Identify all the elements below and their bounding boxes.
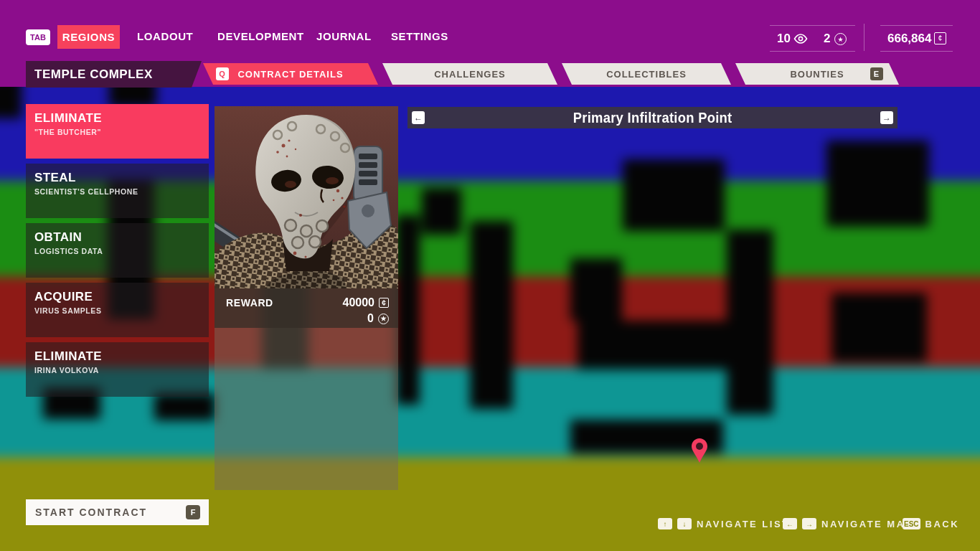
map-block [623,159,725,231]
map-block [826,141,929,227]
f-keycap: F [186,505,200,519]
contract-detail-panel [215,328,398,490]
favor-count: 2 [824,32,830,46]
divider [880,51,953,52]
map-location-header: ← Primary Infiltration Point → [407,107,897,128]
contract-item-steal-cellphone[interactable]: STEAL SCIENTIST'S CELLPHONE [26,164,209,218]
tab-label: COLLECTIBLES [606,69,687,80]
tab-label: BOUNTIES [790,69,844,80]
contract-action: ACQUIRE [34,290,200,304]
credits-count: 666,864 [887,32,931,46]
contract-item-eliminate-butcher[interactable]: ELIMINATE "THE BUTCHER" [26,104,209,159]
cent-icon: ¢ [934,32,946,44]
contract-item-obtain-logistics[interactable]: OBTAIN LOGISTICS DATA [26,223,209,278]
contract-item-eliminate-volkova[interactable]: ELIMINATE IRINA VOLKOVA [26,342,209,397]
map-block [396,215,420,405]
divider [770,25,855,26]
star-icon: ★ [834,33,847,45]
e-keycap: E [870,67,883,80]
divider [770,51,855,52]
arrow-right-keycap: → [802,518,816,529]
map-block [727,230,773,415]
map-block [831,293,927,362]
contract-target: LOGISTICS DATA [34,247,200,255]
contract-target: SCIENTIST'S CELLPHONE [34,187,200,196]
region-name: TEMPLE COMPLEX [26,61,202,88]
map-block [154,393,215,420]
reward-credits-row: 40000 ¢ [343,296,390,309]
contract-list: ELIMINATE "THE BUTCHER" STEAL SCIENTIST'… [26,104,209,397]
cent-icon: ¢ [379,298,389,308]
contract-action: ELIMINATE [34,111,200,126]
hint-label: NAVIGATE MAP [821,519,913,529]
star-icon: ★ [378,314,389,324]
map-block [470,221,513,409]
target-portrait [215,106,398,288]
tab-label: CHALLENGES [434,69,506,80]
arrow-left-keycap: ← [783,518,797,529]
map-block [0,85,22,118]
hint-navigate-list: ↑ ↓ NAVIGATE LIST [658,518,790,529]
tab-label: CONTRACT DETAILS [237,69,343,80]
divider [864,24,864,51]
reward-credits-value: 40000 [343,296,375,309]
eye-icon [793,34,808,44]
reward-panel: REWARD 40000 ¢ 0 ★ [215,288,398,328]
hint-label: BACK [925,519,960,529]
map-block [570,258,622,321]
tab-keycap: TAB [26,29,50,45]
map-prev-arrow-icon[interactable]: ← [412,111,425,124]
reward-label: REWARD [226,297,273,309]
contract-action: STEAL [34,171,200,185]
hint-navigate-map: ← → NAVIGATE MAP [783,518,913,529]
contract-action: ELIMINATE [34,349,200,364]
map-block [578,321,727,369]
esc-keycap: ESC [903,518,920,529]
hint-label: NAVIGATE LIST [697,519,790,529]
contract-target: VIRUS SAMPLES [34,306,200,315]
intel-count: 10 [777,32,791,46]
reward-stars-value: 0 [367,312,374,325]
nav-item-loadout[interactable]: LOADOUT [137,30,193,42]
contract-target: "THE BUTCHER" [34,128,200,136]
contract-target: IRINA VOLKOVA [34,366,200,375]
map-block [422,188,461,235]
nav-item-development[interactable]: DEVELOPMENT [217,30,304,42]
tab-challenges[interactable]: CHALLENGES [382,63,557,85]
map-pin-icon[interactable] [691,438,708,463]
game-screen: ← Primary Infiltration Point → TAB REGIO… [0,0,980,551]
nav-item-settings[interactable]: SETTINGS [391,30,448,42]
contract-item-acquire-virus[interactable]: ACQUIRE VIRUS SAMPLES [26,283,209,337]
tab-bounties[interactable]: BOUNTIES E [735,63,899,85]
start-contract-button[interactable]: START CONTRACT F [26,499,209,525]
q-keycap: Q [216,67,229,80]
start-contract-label: START CONTRACT [35,507,147,518]
reward-stars-row: 0 ★ [367,312,389,325]
divider [880,25,953,26]
arrow-down-keycap: ↓ [677,518,692,529]
map-location-title: Primary Infiltration Point [573,110,732,126]
tab-collectibles[interactable]: COLLECTIBLES [562,63,731,85]
nav-item-regions[interactable]: REGIONS [57,25,120,49]
hint-back: ESC BACK [903,518,959,529]
contract-action: OBTAIN [34,230,200,245]
arrow-up-keycap: ↑ [658,518,672,529]
tab-contract-details[interactable]: Q CONTRACT DETAILS [203,63,378,85]
map-next-arrow-icon[interactable]: → [880,111,893,124]
nav-item-journal[interactable]: JOURNAL [316,30,372,42]
